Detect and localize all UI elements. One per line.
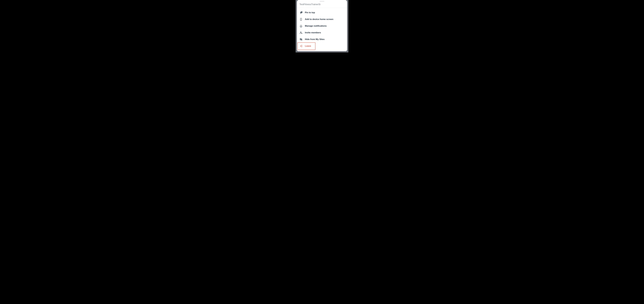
leave-icon bbox=[300, 44, 302, 48]
device-icon bbox=[300, 18, 302, 21]
menu-item-label: Leave bbox=[305, 45, 311, 47]
menu-item-label: Pin to top bbox=[305, 11, 315, 14]
sheet-header: TestFitnessTrainerSi bbox=[297, 1, 347, 8]
action-sheet: TestFitnessTrainerSi Pin to top bbox=[297, 0, 347, 51]
eye-off-icon bbox=[300, 38, 302, 41]
phone-frame: TestFitnessTrainerSi Pin to top bbox=[296, 0, 348, 52]
drag-handle[interactable] bbox=[320, 1, 324, 1]
menu-item-hide-from-sites[interactable]: Hide from My Sites bbox=[297, 36, 347, 43]
menu-item-add-to-home[interactable]: Add to device home screen bbox=[297, 16, 347, 23]
svg-point-2 bbox=[300, 32, 301, 33]
invite-icon bbox=[300, 31, 302, 34]
menu-item-manage-notifications[interactable]: Manage notifications bbox=[297, 23, 347, 29]
bell-icon bbox=[300, 24, 302, 27]
menu-item-label: Invite members bbox=[305, 31, 321, 34]
menu-list: Pin to top Add to device home screen bbox=[297, 8, 347, 50]
menu-item-leave[interactable]: Leave bbox=[297, 43, 347, 49]
menu-item-pin-to-top[interactable]: Pin to top bbox=[297, 9, 347, 16]
menu-item-label: Add to device home screen bbox=[305, 18, 333, 20]
menu-item-label: Manage notifications bbox=[305, 25, 327, 27]
menu-item-label: Hide from My Sites bbox=[305, 38, 324, 41]
pin-icon bbox=[300, 11, 302, 14]
drag-handle-area[interactable] bbox=[297, 0, 347, 1]
sheet-title: TestFitnessTrainerSi bbox=[300, 3, 344, 6]
menu-item-invite-members[interactable]: Invite members bbox=[297, 29, 347, 36]
